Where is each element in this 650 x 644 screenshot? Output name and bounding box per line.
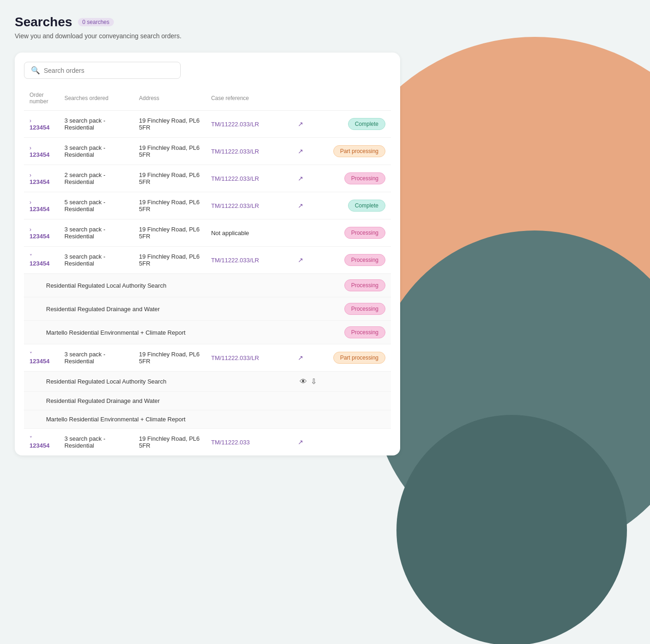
col-header-order: Order number	[24, 88, 59, 111]
external-link-icon[interactable]: ↗	[298, 202, 303, 209]
chevron-icon[interactable]: ›	[30, 226, 31, 233]
address-cell: 19 Finchley Road, PL6 5FR	[134, 192, 206, 219]
sub-action-cell	[278, 392, 322, 410]
download-icon[interactable]: ⇩	[311, 377, 317, 386]
table-row: ›123454 3 search pack - Residential 19 F…	[24, 219, 391, 247]
sub-name-cell: Residential Regulated Drainage and Water	[24, 297, 278, 321]
link-cell: ↗	[278, 138, 322, 165]
link-cell: ↗	[278, 344, 322, 372]
chevron-icon[interactable]: ›	[30, 118, 31, 124]
table-row: ›123454 3 search pack - Residential 19 F…	[24, 138, 391, 165]
link-cell: ↗	[278, 165, 322, 192]
searches-badge: 0 searches	[78, 18, 114, 26]
external-link-icon[interactable]: ↗	[298, 438, 303, 446]
case-ref-text: Not applicable	[211, 230, 249, 236]
sub-action-cell: 👁 ⇩	[278, 372, 322, 392]
order-cell: ˅123454	[24, 344, 59, 372]
order-cell: ˅123454	[24, 429, 59, 456]
address-cell: 19 Finchley Road, PL6 5FR	[134, 165, 206, 192]
searches-cell: 3 search pack - Residential	[59, 219, 134, 247]
sub-name-cell: Residential Regulated Local Authority Se…	[24, 274, 278, 297]
sub-status-cell: Processing	[322, 297, 391, 321]
case-ref-link[interactable]: TM/11222.033	[211, 439, 250, 446]
order-number: 123454	[30, 233, 49, 240]
chevron-icon[interactable]: ›	[30, 199, 31, 206]
table-row: ˅123454 3 search pack - Residential 19 F…	[24, 344, 391, 372]
address-cell: 19 Finchley Road, PL6 5FR	[134, 247, 206, 274]
address-cell: 19 Finchley Road, PL6 5FR	[134, 344, 206, 372]
order-number: 123454	[30, 151, 49, 158]
external-link-icon[interactable]: ↗	[298, 354, 303, 361]
status-badge: Part processing	[333, 352, 385, 364]
chevron-icon[interactable]: ›	[30, 145, 31, 151]
search-bar: 🔍	[24, 62, 181, 79]
sub-name-cell: Martello Residential Environmental + Cli…	[24, 410, 278, 429]
chevron-icon[interactable]: ˅	[30, 351, 32, 358]
page-title: Searches	[15, 15, 72, 30]
case-ref-link[interactable]: TM/11222.033/LR	[211, 354, 259, 361]
order-cell: ›123454	[24, 219, 59, 247]
search-input[interactable]	[44, 67, 174, 74]
address-cell: 19 Finchley Road, PL6 5FR	[134, 138, 206, 165]
table-row: ˅123454 3 search pack - Residential 19 F…	[24, 429, 391, 456]
sub-action-cell	[278, 321, 322, 344]
status-badge: Processing	[344, 227, 385, 239]
external-link-icon[interactable]: ↗	[298, 256, 303, 264]
sub-status-cell	[322, 392, 391, 410]
case-ref-link[interactable]: TM/11222.033/LR	[211, 257, 259, 264]
status-cell: Part processing	[322, 138, 391, 165]
status-badge: Processing	[344, 326, 385, 338]
searches-cell: 3 search pack - Residential	[59, 429, 134, 456]
main-content: Searches 0 searches View you and downloa…	[0, 0, 415, 470]
case-ref-link[interactable]: TM/11222.033/LR	[211, 175, 259, 182]
case-cell: TM/11222.033/LR	[206, 138, 278, 165]
external-link-icon[interactable]: ↗	[298, 175, 303, 182]
table-header-row: Order number Searches ordered Address Ca…	[24, 88, 391, 111]
col-header-status	[322, 88, 391, 111]
sub-table-row: Residential Regulated Drainage and Water	[24, 392, 391, 410]
order-cell: ›123454	[24, 165, 59, 192]
col-header-case: Case reference	[206, 88, 278, 111]
case-ref-link[interactable]: TM/11222.033/LR	[211, 202, 259, 209]
order-cell: ›123454	[24, 138, 59, 165]
status-cell: Processing	[322, 247, 391, 274]
sub-action-cell	[278, 274, 322, 297]
external-link-icon[interactable]: ↗	[298, 120, 303, 128]
case-cell: TM/11222.033/LR	[206, 344, 278, 372]
order-number: 123454	[30, 206, 49, 213]
orders-table: Order number Searches ordered Address Ca…	[24, 88, 391, 455]
search-container: 🔍 Order number Searches ordered Address …	[15, 53, 400, 455]
chevron-icon[interactable]: ˅	[30, 254, 32, 260]
sub-table-row: Martello Residential Environmental + Cli…	[24, 321, 391, 344]
case-ref-link[interactable]: TM/11222.033/LR	[211, 121, 259, 128]
case-cell: TM/11222.033/LR	[206, 165, 278, 192]
status-cell: Complete	[322, 111, 391, 138]
order-number: 123454	[30, 260, 49, 267]
sub-status-cell: Processing	[322, 321, 391, 344]
order-number: 123454	[30, 358, 49, 365]
sub-name-cell: Residential Regulated Drainage and Water	[24, 392, 278, 410]
order-cell: ›123454	[24, 111, 59, 138]
searches-cell: 2 search pack - Residential	[59, 165, 134, 192]
search-icon: 🔍	[31, 66, 40, 75]
order-number: 123454	[30, 442, 49, 449]
order-cell: ˅123454	[24, 247, 59, 274]
searches-cell: 3 search pack - Residential	[59, 138, 134, 165]
chevron-icon[interactable]: ›	[30, 172, 31, 178]
table-row: ›123454 2 search pack - Residential 19 F…	[24, 165, 391, 192]
status-cell: Part processing	[322, 344, 391, 372]
col-header-link	[278, 88, 322, 111]
case-cell: TM/11222.033/LR	[206, 247, 278, 274]
status-badge: Complete	[348, 118, 385, 130]
case-cell: Not applicable	[206, 219, 278, 247]
case-ref-link[interactable]: TM/11222.033/LR	[211, 148, 259, 155]
chevron-icon[interactable]: ˅	[30, 436, 32, 442]
sub-status-cell: Processing	[322, 274, 391, 297]
action-icons: 👁 ⇩	[300, 377, 317, 386]
sub-table-row: Residential Regulated Local Authority Se…	[24, 372, 391, 392]
table-row: ˅123454 3 search pack - Residential 19 F…	[24, 247, 391, 274]
view-icon[interactable]: 👁	[300, 378, 307, 386]
status-cell: Complete	[322, 192, 391, 219]
external-link-icon[interactable]: ↗	[298, 148, 303, 155]
sub-name-cell: Martello Residential Environmental + Cli…	[24, 321, 278, 344]
